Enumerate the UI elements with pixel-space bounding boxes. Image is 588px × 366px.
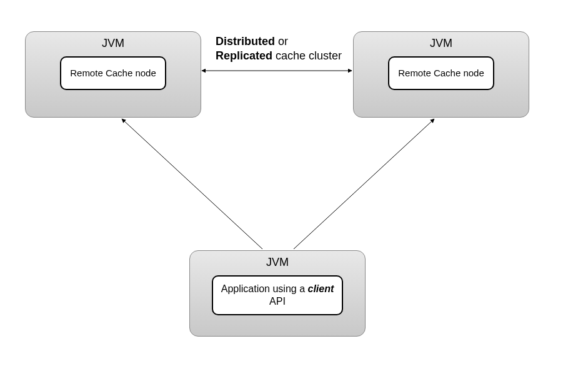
jvm-box-bottom: JVM Application using a client API (189, 250, 366, 337)
application-client-api: Application using a client API (212, 275, 343, 315)
jvm-label-right: JVM (430, 37, 452, 50)
cluster-word-replicated: Replicated (216, 49, 272, 62)
cluster-label: Distributed or Replicated cache cluster (216, 34, 342, 64)
cluster-word-distributed: Distributed (216, 35, 275, 48)
remote-cache-node-left: Remote Cache node (60, 56, 166, 90)
jvm-label-bottom: JVM (266, 256, 289, 269)
jvm-box-left: JVM Remote Cache node (25, 31, 201, 118)
jvm-box-right: JVM Remote Cache node (353, 31, 529, 118)
svg-line-2 (294, 119, 434, 249)
svg-line-1 (122, 119, 262, 249)
remote-cache-node-right: Remote Cache node (388, 56, 494, 90)
jvm-label-left: JVM (102, 37, 124, 50)
